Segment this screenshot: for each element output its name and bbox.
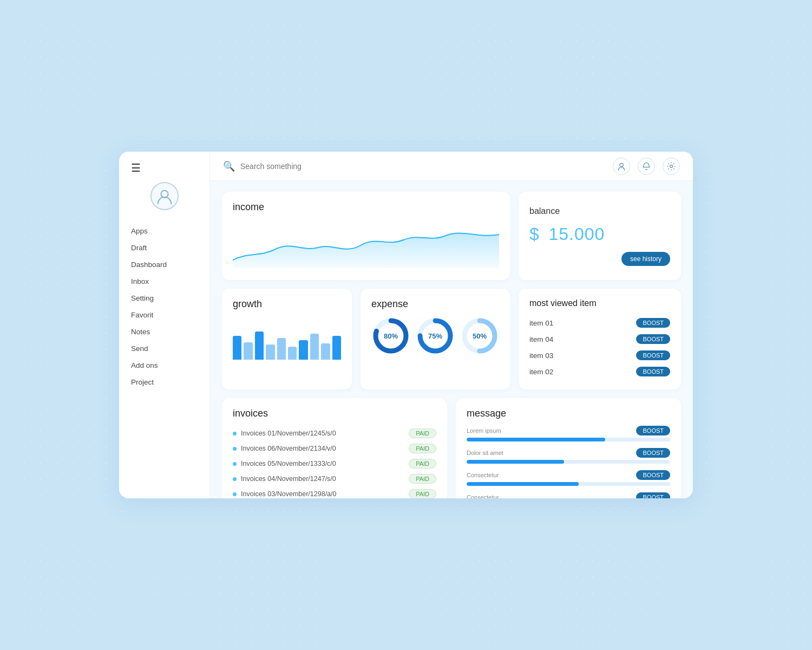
most-viewed-item: item 04 BOOST [529, 331, 670, 347]
bell-icon[interactable] [638, 158, 655, 175]
topbar: 🔍 [210, 152, 693, 181]
donut-label: 75% [428, 332, 442, 340]
most-viewed-card: most viewed item item 01 BOOST item 04 B… [519, 289, 681, 389]
message-row: Consectetur BOOST [467, 492, 670, 498]
main: 🔍 [210, 152, 693, 498]
message-label: Consectetur [467, 472, 499, 478]
paid-badge: PAID [409, 489, 436, 498]
balance-currency: $ [529, 224, 540, 244]
expense-donut: 50% [460, 316, 499, 355]
sidebar-item-send[interactable]: Send [131, 341, 209, 356]
message-label: Lorem ipsum [467, 427, 501, 434]
message-row: Lorem ipsum BOOST [467, 426, 670, 441]
invoice-row: Invoices 04/November/1247/s/0 PAID [233, 471, 436, 486]
invoice-dot [233, 447, 237, 451]
settings-icon[interactable] [663, 158, 680, 175]
most-viewed-item: item 01 BOOST [529, 315, 670, 331]
svg-point-0 [161, 191, 168, 198]
sidebar-item-addons[interactable]: Add ons [131, 358, 209, 373]
item-label: item 02 [529, 368, 553, 376]
sidebar: ☰ AppsDraftDashboardInboxSettingFavoritN… [119, 152, 210, 498]
sidebar-item-inbox[interactable]: Inbox [131, 274, 209, 289]
message-row: Dolor sit amet BOOST [467, 448, 670, 464]
most-viewed-item: item 02 BOOST [529, 363, 670, 380]
growth-title: growth [233, 298, 341, 310]
svg-point-1 [620, 163, 623, 166]
invoice-row: Invoices 05/November/1333/c/0 PAID [233, 456, 436, 471]
message-bar-fill [467, 482, 579, 486]
message-boost-button[interactable]: BOOST [636, 448, 670, 458]
message-boost-button[interactable]: BOOST [636, 492, 670, 498]
message-row: Consectetur BOOST [467, 470, 670, 486]
sidebar-item-setting[interactable]: Setting [131, 290, 209, 306]
message-bar-fill [467, 438, 605, 441]
sidebar-item-apps[interactable]: Apps [131, 223, 209, 239]
donut-label: 80% [384, 332, 398, 340]
sidebar-item-notes[interactable]: Notes [131, 324, 209, 340]
invoice-row: Invoices 01/November/1245/s/0 PAID [233, 426, 436, 441]
most-viewed-item: item 03 BOOST [529, 347, 670, 363]
growth-bar-chart [233, 316, 341, 360]
invoices-title: invoices [233, 408, 436, 419]
growth-bar [266, 344, 274, 360]
paid-badge: PAID [409, 474, 436, 484]
most-viewed-title: most viewed item [529, 298, 670, 308]
boost-button[interactable]: BOOST [636, 334, 670, 344]
message-boost-button[interactable]: BOOST [636, 470, 670, 480]
topbar-icons [613, 158, 680, 175]
message-bar-bg [467, 482, 670, 486]
invoice-row: Invoices 03/November/1298/a/0 PAID [233, 486, 436, 498]
message-label: Consectetur [467, 494, 499, 498]
paid-badge: PAID [409, 444, 436, 453]
message-bar-bg [467, 460, 670, 464]
invoice-name: Invoices 01/November/1245/s/0 [241, 430, 336, 437]
boost-button[interactable]: BOOST [636, 318, 670, 328]
dashboard: income balance $ 15.000 [210, 181, 693, 498]
sidebar-item-draft[interactable]: Draft [131, 240, 209, 256]
message-boost-button[interactable]: BOOST [636, 426, 670, 435]
boost-button[interactable]: BOOST [636, 367, 670, 376]
user-icon[interactable] [613, 158, 630, 175]
message-bar-bg [467, 438, 670, 441]
see-history-button[interactable]: see history [621, 252, 670, 266]
growth-bar [233, 336, 241, 360]
invoice-name: Invoices 04/November/1247/s/0 [241, 475, 336, 483]
expense-card: expense 80% 75% 50% [361, 289, 510, 389]
message-label: Dolor sit amet [467, 450, 503, 456]
invoice-row: Invoices 06/November/2134/v/0 PAID [233, 441, 436, 456]
item-label: item 04 [529, 335, 553, 343]
expense-title: expense [371, 298, 499, 310]
balance-amount: $ 15.000 [529, 219, 670, 245]
growth-card: growth [222, 289, 352, 389]
sidebar-item-project[interactable]: Project [131, 374, 209, 390]
item-label: item 03 [529, 352, 553, 360]
expense-donut: 80% [371, 316, 410, 355]
search-icon: 🔍 [223, 160, 235, 172]
invoice-name: Invoices 06/November/2134/v/0 [241, 445, 336, 452]
invoice-dot [233, 462, 237, 466]
invoice-dot [233, 432, 237, 435]
invoice-name: Invoices 03/November/1298/a/0 [241, 490, 337, 498]
sidebar-avatar [119, 182, 209, 213]
donut-label: 50% [473, 332, 487, 340]
sidebar-nav: AppsDraftDashboardInboxSettingFavoritNot… [119, 223, 209, 390]
growth-bar [332, 336, 341, 360]
invoice-rows: Invoices 01/November/1245/s/0 PAID Invoi… [233, 426, 436, 498]
most-viewed-items: item 01 BOOST item 04 BOOST item 03 BOOS… [529, 315, 670, 380]
menu-icon[interactable]: ☰ [119, 161, 209, 182]
paid-badge: PAID [409, 428, 436, 438]
svg-point-2 [670, 165, 673, 167]
boost-button[interactable]: BOOST [636, 350, 670, 360]
middle-row: growth expense 80% 75% 50% [222, 289, 510, 389]
bottom-row: invoices Invoices 01/November/1245/s/0 P… [222, 398, 681, 498]
invoice-dot [233, 477, 237, 481]
search-input[interactable] [240, 162, 607, 171]
avatar [150, 182, 179, 210]
sidebar-item-dashboard[interactable]: Dashboard [131, 257, 209, 272]
expense-donut: 75% [416, 316, 455, 355]
balance-value: 15.000 [548, 224, 605, 244]
app-container: ☰ AppsDraftDashboardInboxSettingFavoritN… [119, 152, 693, 498]
message-title: message [467, 408, 670, 419]
sidebar-item-favorit[interactable]: Favorit [131, 307, 209, 323]
income-chart [233, 219, 499, 268]
